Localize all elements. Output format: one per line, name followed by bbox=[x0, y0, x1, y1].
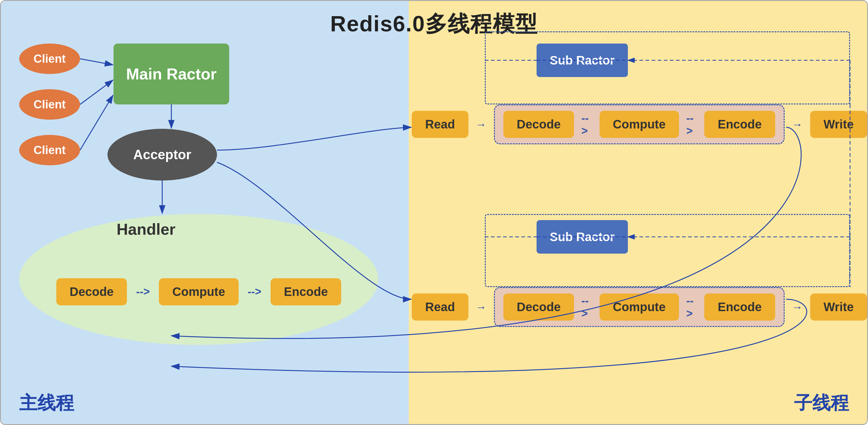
handler-decode-box: Decode bbox=[56, 278, 127, 305]
outer-dashed-box-1 bbox=[485, 31, 850, 104]
pipeline1-encode-box: Encode bbox=[704, 111, 775, 138]
pipeline1-compute-box: Compute bbox=[599, 111, 679, 138]
outer-dashed-box-2 bbox=[485, 214, 850, 287]
handler-arrow-1: --> bbox=[136, 285, 150, 298]
pipeline2-read-box: Read bbox=[412, 294, 468, 321]
label-sub: 子线程 bbox=[794, 391, 849, 416]
pipeline2-arrow1: --> bbox=[581, 294, 592, 320]
client-1: Client bbox=[19, 43, 80, 74]
handler-arrow-2: --> bbox=[248, 285, 261, 298]
pipeline2-arrow0: → bbox=[476, 301, 487, 313]
pipeline2-compute-box: Compute bbox=[599, 294, 679, 321]
pipeline1-arrow1: --> bbox=[581, 112, 592, 137]
handler-ellipse: Decode --> Compute --> Encode bbox=[19, 214, 378, 345]
pipeline-row-1: Read → Decode --> Compute --> Encode → W… bbox=[412, 104, 867, 144]
pipeline1-arrow3: → bbox=[792, 118, 803, 131]
pipeline2-encode-box: Encode bbox=[704, 294, 775, 321]
pipeline2-decode-box: Decode bbox=[503, 294, 574, 321]
client-3: Client bbox=[19, 135, 80, 165]
pipeline1-dashed-group: Decode --> Compute --> Encode bbox=[494, 104, 785, 144]
diagram-container: Redis6.0多线程模型 Client Client Client Main … bbox=[0, 0, 868, 425]
pipeline2-write-box: Write bbox=[810, 294, 867, 321]
pipeline2-arrow3: → bbox=[792, 301, 803, 313]
pipeline1-arrow2: --> bbox=[686, 112, 697, 137]
label-main: 主线程 bbox=[19, 391, 74, 416]
handler-encode-box: Encode bbox=[271, 278, 341, 305]
main-ractor-box: Main Ractor bbox=[114, 43, 229, 104]
handler-label: Handler bbox=[117, 220, 176, 238]
pipeline-row-2: Read → Decode --> Compute --> Encode → W… bbox=[412, 287, 867, 327]
pipeline1-arrow0: → bbox=[476, 118, 487, 131]
pipeline1-read-box: Read bbox=[412, 111, 468, 138]
pipeline1-write-box: Write bbox=[810, 111, 867, 138]
handler-pipeline: Decode --> Compute --> Encode bbox=[56, 278, 341, 305]
pipeline2-arrow2: --> bbox=[686, 294, 697, 320]
handler-compute-box: Compute bbox=[159, 278, 238, 305]
acceptor-oval: Acceptor bbox=[107, 129, 217, 181]
pipeline2-dashed-group: Decode --> Compute --> Encode bbox=[494, 287, 785, 327]
pipeline1-decode-box: Decode bbox=[503, 111, 574, 138]
client-2: Client bbox=[19, 89, 80, 120]
